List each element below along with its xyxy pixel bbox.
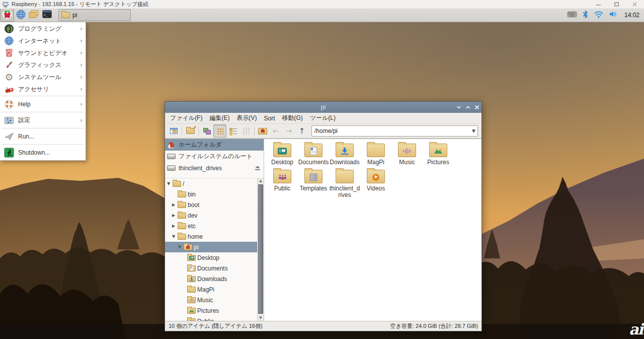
path-dropdown-button[interactable]: ▼ (470, 128, 477, 133)
menu-item-help[interactable]: Help › (0, 97, 86, 111)
home-button[interactable] (256, 124, 269, 138)
file-item-thinclient-drives[interactable]: thinclient_drives (329, 170, 360, 198)
file-item-public[interactable]: Public (267, 170, 298, 198)
menu-item-run[interactable]: Run... (0, 129, 86, 144)
menu-item-preferences[interactable]: 設定 › (0, 113, 86, 127)
path-value[interactable]: /home/pi (312, 127, 470, 134)
tree-item-dev[interactable]: ▶dev (165, 210, 257, 221)
wifi-icon[interactable] (594, 10, 604, 21)
keyboard-icon[interactable] (567, 11, 577, 20)
window-titlebar[interactable]: pi (165, 102, 481, 113)
new-tab-button[interactable] (167, 124, 180, 138)
compact-view-button[interactable] (226, 124, 239, 138)
scrollbar-thumb[interactable] (258, 184, 263, 314)
file-list[interactable]: Desktop Documents Downloads MagPi Music … (264, 139, 481, 321)
minimize-button[interactable] (454, 102, 463, 113)
file-item-magpi[interactable]: MagPi (360, 144, 391, 166)
file-item-desktop[interactable]: Desktop (267, 144, 298, 166)
rdp-minimize-button[interactable] (590, 0, 608, 9)
expander-closed-icon[interactable]: ▶ (171, 224, 176, 228)
menu-item-sound-video[interactable]: サウンドとビデオ › (0, 47, 86, 59)
expander-closed-icon[interactable]: ▶ (171, 202, 176, 207)
tree-scrollbar[interactable]: ▲ ▼ (257, 178, 264, 321)
place-filesystem-root[interactable]: ファイルシステムのルート (165, 151, 264, 162)
file-item-downloads[interactable]: Downloads (329, 144, 360, 166)
taskbar-window-button-pi[interactable]: pi (58, 9, 131, 21)
detailed-view-button[interactable] (239, 124, 253, 138)
bluetooth-icon[interactable] (582, 10, 589, 21)
eject-button[interactable] (255, 166, 261, 171)
tree-item-bin[interactable]: bin (165, 189, 257, 199)
tree-item-magpi[interactable]: MagPi (165, 284, 257, 295)
scroll-down-icon[interactable]: ▼ (258, 315, 264, 321)
forward-button[interactable]: → (282, 124, 295, 138)
menu-edit[interactable]: 編集(E) (206, 114, 233, 122)
tree-item-home[interactable]: ▼home (165, 231, 257, 242)
place-home-folder[interactable]: ホームフォルダ (165, 139, 264, 151)
raspberry-icon (2, 9, 13, 22)
folder-icon (304, 144, 323, 157)
expander-open-icon[interactable]: ▼ (177, 245, 182, 249)
menu-item-label: プログラミング (18, 25, 80, 33)
menu-view[interactable]: 表示(V) (233, 114, 260, 122)
tree-item-pictures[interactable]: Pictures (165, 305, 257, 316)
menu-tools[interactable]: ツール(L) (306, 114, 339, 122)
task-button-label: pi (72, 12, 77, 19)
expander-open-icon[interactable]: ▼ (171, 234, 176, 239)
folder-icon (367, 170, 385, 183)
tree-item-documents[interactable]: Documents (165, 263, 257, 274)
file-label: Public (274, 185, 291, 192)
menu-file[interactable]: ファイル(F) (167, 114, 206, 122)
menu-item-label: Run... (18, 133, 83, 140)
chevron-right-icon: › (80, 86, 83, 93)
file-manager-launcher[interactable] (27, 9, 40, 21)
place-thinclient-drives[interactable]: thinclient_drives (165, 162, 264, 174)
tree-item-etc[interactable]: ▶etc (165, 221, 257, 231)
maximize-button[interactable] (463, 102, 472, 113)
tree-item-pi[interactable]: ▼pi (165, 242, 257, 252)
terminal-launcher[interactable]: >_ (40, 9, 53, 21)
back-button[interactable]: ← (269, 124, 282, 138)
icon-view-button[interactable] (213, 124, 226, 138)
tree-item-boot[interactable]: ▶boot (165, 199, 257, 210)
menu-item-graphics[interactable]: グラフィックス › (0, 59, 86, 71)
side-pane-separator (165, 174, 264, 178)
tree-label: Desktop (197, 254, 219, 261)
tree-item-public[interactable]: Public (165, 316, 257, 321)
tree-item-downloads[interactable]: Downloads (165, 274, 257, 284)
expander-open-icon[interactable]: ▼ (166, 181, 171, 186)
file-label: thinclient_drives (329, 185, 360, 198)
file-item-pictures[interactable]: Pictures (423, 144, 454, 166)
browser-launcher[interactable] (14, 9, 27, 21)
file-item-videos[interactable]: Videos (360, 170, 391, 198)
path-bar[interactable]: /home/pi ▼ (311, 125, 478, 137)
tree-label: etc (188, 223, 196, 230)
menu-item-system-tools[interactable]: ⚙ システムツール › (0, 71, 86, 83)
start-menu-button[interactable] (0, 9, 14, 22)
tree-item-root[interactable]: ▼/ (165, 178, 257, 189)
menu-go[interactable]: 移動(G) (278, 114, 306, 122)
scroll-up-icon[interactable]: ▲ (258, 178, 264, 184)
up-button[interactable]: ↑ (295, 124, 308, 138)
expander-closed-icon[interactable]: ▶ (171, 213, 176, 218)
menu-sort[interactable]: Sort (260, 115, 278, 122)
menu-item-programming[interactable]: {} プログラミング › (0, 23, 86, 35)
rdp-close-button[interactable] (626, 0, 644, 9)
close-button[interactable] (472, 102, 481, 113)
tree-item-desktop[interactable]: Desktop (165, 252, 257, 263)
new-window-button[interactable]: ↗ (184, 124, 197, 138)
menu-item-internet[interactable]: インターネット › (0, 35, 86, 47)
menu-item-shutdown[interactable]: Shutdown... (0, 145, 86, 160)
volume-icon[interactable] (608, 10, 618, 21)
menu-item-accessories[interactable]: アクセサリ › (0, 83, 86, 95)
tree-item-music[interactable]: Music (165, 295, 257, 305)
file-item-music[interactable]: Music (391, 144, 423, 166)
thumbnail-view-button[interactable] (200, 124, 213, 138)
menu-item-label: インターネット (18, 37, 80, 45)
clock[interactable]: 14:02 (624, 12, 639, 19)
file-item-documents[interactable]: Documents (298, 144, 329, 166)
chevron-right-icon: › (80, 49, 83, 56)
chevron-right-icon: › (80, 61, 83, 69)
rdp-restore-button[interactable] (608, 0, 626, 9)
file-item-templates[interactable]: Templates (298, 170, 329, 198)
